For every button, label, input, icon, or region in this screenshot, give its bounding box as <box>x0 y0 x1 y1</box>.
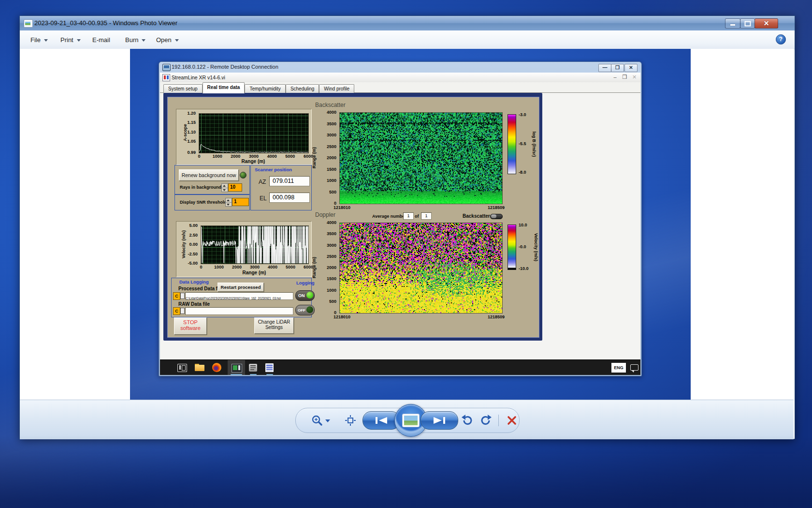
scan-app-icon[interactable] <box>249 364 257 372</box>
y-tick-label: 1000 <box>319 288 336 293</box>
menu-burn-label: Burn <box>125 36 138 44</box>
y-tick-label: 1.10 <box>179 130 196 134</box>
backscatter-heatmap-container: 40003500300025002000150010005000 Range (… <box>339 112 504 207</box>
y-tick-label: 3000 <box>319 133 336 137</box>
help-icon[interactable]: ? <box>776 34 786 45</box>
change-lidar-line1: Change LiDAR <box>255 319 293 325</box>
raw-path-browse-icon[interactable] <box>180 308 185 314</box>
average-number-field[interactable]: 1 <box>403 212 414 220</box>
y-tick-label: 1500 <box>319 276 336 281</box>
x-tick-label: 4000 <box>268 265 277 269</box>
snr-threshold-value[interactable]: 1 <box>232 198 249 206</box>
menu-open[interactable]: Open <box>156 35 179 44</box>
streamline-restore-button: ❒ <box>621 74 629 81</box>
image-file-icon <box>24 19 33 28</box>
off-indicator <box>306 306 313 313</box>
snr-threshold-stepper[interactable] <box>225 198 232 207</box>
minimize-button[interactable] <box>725 18 740 29</box>
language-indicator[interactable]: ENG <box>611 363 626 373</box>
y-tick-label: 500 <box>319 299 336 304</box>
rdp-minimize-button: — <box>598 64 611 72</box>
remote-taskbar: ENG <box>160 359 640 375</box>
notifications-icon[interactable] <box>630 364 638 371</box>
processed-data-file-label: Processed Data file <box>178 286 223 291</box>
renew-background-button[interactable]: Renew background now <box>179 169 239 181</box>
doppler-colorbar: 10.0 -0.0 -10.0 Velocity (m/s) <box>508 224 516 270</box>
x-tick-label: 2000 <box>231 154 240 159</box>
backscatter-heatmap <box>339 112 503 204</box>
desktop-background: 2023-09-21_03-40-00.935 - Windows Photo … <box>0 0 812 508</box>
backscatter-toggle-label: Backscatter <box>463 213 490 219</box>
scanner-position-title: Scanner position <box>255 167 292 172</box>
x-tick-label: 5000 <box>285 154 295 159</box>
firefox-icon[interactable] <box>212 363 221 372</box>
ascope-plot-area <box>199 113 309 153</box>
task-view-icon[interactable] <box>177 364 187 372</box>
y-tick-label: 1000 <box>319 178 336 183</box>
colorbar-tick: 10.0 <box>519 223 527 227</box>
file-explorer-icon[interactable] <box>195 364 204 371</box>
raw-logging-toggle[interactable]: OFF <box>295 305 315 315</box>
actual-size-button[interactable] <box>344 414 357 427</box>
backscatter-toggle-switch[interactable] <box>490 214 503 219</box>
y-tick-label: 1.15 <box>179 120 196 125</box>
change-lidar-settings-button[interactable]: Change LiDAR Settings <box>254 317 294 334</box>
data-logging-box: Data Logging Processed Data file Restart… <box>171 278 312 317</box>
zoom-button[interactable] <box>310 414 324 427</box>
window-title: 2023-09-21_03-40-00.935 - Windows Photo … <box>34 19 177 27</box>
next-button[interactable] <box>420 411 458 430</box>
rotate-clockwise-button[interactable] <box>479 414 493 427</box>
delete-button[interactable] <box>505 414 519 427</box>
rdp-titlebar: 192.168.0.122 - Remote Desktop Connectio… <box>159 62 641 73</box>
y-tick-label: 3500 <box>319 231 336 236</box>
menu-print-label: Print <box>60 36 73 44</box>
az-value-field[interactable]: 079.011 <box>269 176 310 186</box>
menu-file[interactable]: File <box>30 35 48 44</box>
y-tick-label: 1500 <box>319 167 336 172</box>
backscatter-y-axis-label: Range (m) <box>312 147 317 168</box>
restart-processed-file-button[interactable]: Restart processed file <box>218 283 264 292</box>
average-total-field[interactable]: 1 <box>421 212 432 220</box>
colorbar-tick: -10.0 <box>519 266 529 271</box>
toggle-knob <box>491 214 496 218</box>
y-tick-label: 1.05 <box>179 139 196 144</box>
processed-logging-toggle[interactable]: ON <box>295 290 315 301</box>
menu-email-label: E-mail <box>92 36 110 44</box>
photo-viewer-titlebar[interactable]: 2023-09-21_03-40-00.935 - Windows Photo … <box>20 16 795 31</box>
y-tick-label: 1.20 <box>179 111 196 116</box>
doppler-colorbar-label: Velocity (m/s) <box>534 233 538 261</box>
az-label: AZ <box>259 179 266 185</box>
menu-email[interactable]: E-mail <box>92 35 110 44</box>
stop-software-button[interactable]: STOP software <box>174 317 207 335</box>
doppler-plot-title: Doppler <box>315 211 335 218</box>
off-label: OFF <box>296 308 305 313</box>
rays-in-background-stepper[interactable] <box>221 183 228 192</box>
stop-line1: STOP <box>174 319 206 325</box>
raw-data-file-path-field[interactable] <box>185 307 293 315</box>
running-indicator <box>250 374 257 375</box>
labview-app-icon[interactable] <box>265 363 274 372</box>
rays-in-background-label: Rays in background <box>180 185 221 190</box>
processed-path-type-icon[interactable]: C <box>173 292 180 300</box>
processed-path-browse-icon[interactable] <box>180 293 185 299</box>
menu-print[interactable]: Print <box>60 35 81 44</box>
close-button[interactable]: ✕ <box>754 18 778 29</box>
active-app-highlight[interactable] <box>228 360 245 375</box>
el-value-field[interactable]: 000.098 <box>269 193 310 203</box>
stop-line2: software <box>174 325 206 331</box>
photo-image: 192.168.0.122 - Remote Desktop Connectio… <box>130 49 691 400</box>
rotate-counterclockwise-button[interactable] <box>460 414 474 427</box>
zoom-dropdown-arrow-icon[interactable] <box>325 419 330 422</box>
y-tick-label: 5.00 <box>179 223 198 228</box>
rays-in-background-value[interactable]: 10 <box>228 183 242 192</box>
processed-data-file-path: C:\Lidar\Data\Proc\2023\202309\20230921\… <box>186 297 281 300</box>
display-snr-threshold-label: Display SNR threshold <box>180 200 227 205</box>
x-tick-label: 0 <box>200 265 202 269</box>
menu-burn[interactable]: Burn <box>125 35 145 44</box>
raw-path-type-icon[interactable]: C <box>173 307 180 315</box>
maximize-button[interactable] <box>740 18 755 29</box>
streamline-title: StreamLine XR v14-6.vi <box>172 75 225 80</box>
y-tick-label: 500 <box>319 190 336 194</box>
tab-system-setup: System setup <box>163 84 203 93</box>
processed-data-file-path-field[interactable]: C:\Lidar\Data\Proc\2023\202309\20230921\… <box>185 292 293 300</box>
